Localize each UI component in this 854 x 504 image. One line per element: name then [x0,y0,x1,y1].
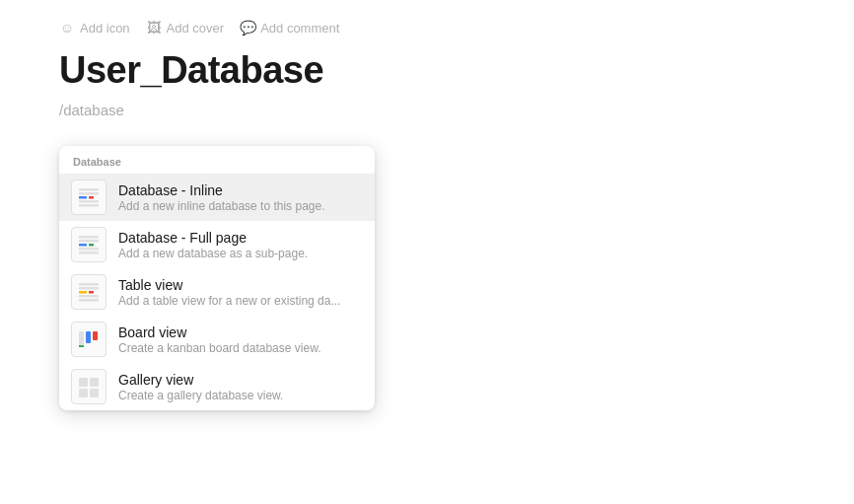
database-inline-title: Database - Inline [118,182,324,198]
database-inline-text: Database - Inline Add a new inline datab… [118,182,324,213]
gallery-view-text: Gallery view Create a gallery database v… [118,372,283,402]
svg-rect-9 [89,244,94,247]
list-item[interactable]: Gallery view Create a gallery database v… [59,363,375,410]
add-comment-button[interactable]: 💬 Add comment [240,20,339,36]
database-inline-description: Add a new inline database to this page. [118,199,324,213]
add-cover-button[interactable]: 🖼 Add cover [146,20,225,36]
table-view-description: Add a table view for a new or existing d… [118,294,340,308]
gallery-view-icon [71,369,107,404]
svg-rect-24 [79,389,88,397]
svg-rect-15 [89,291,94,294]
svg-rect-11 [79,252,99,254]
board-view-text: Board view Create a kanban board databas… [118,324,320,355]
svg-rect-8 [79,244,87,247]
svg-rect-10 [79,248,99,251]
database-fullpage-text: Database - Full page Add a new database … [118,230,308,260]
svg-rect-4 [79,200,99,203]
svg-rect-1 [79,192,99,195]
svg-rect-23 [90,378,99,387]
table-view-title: Table view [118,277,340,293]
svg-rect-22 [79,378,88,387]
svg-rect-25 [90,389,99,397]
svg-rect-12 [79,283,99,286]
board-view-description: Create a kanban board database view. [118,341,320,355]
gallery-view-description: Create a gallery database view. [118,389,283,402]
database-fullpage-icon [71,227,107,262]
database-fullpage-description: Add a new database as a sub-page. [118,247,308,260]
svg-rect-6 [79,236,99,239]
list-item[interactable]: Board view Create a kanban board databas… [59,316,375,363]
add-cover-label: Add cover [167,21,225,36]
dropdown-section-header: Database [59,146,375,174]
board-view-icon [71,322,107,357]
image-icon: 🖼 [146,20,162,36]
toolbar: ☺ Add icon 🖼 Add cover 💬 Add comment [59,20,795,36]
add-icon-label: Add icon [80,21,130,36]
svg-rect-2 [79,196,87,199]
gallery-view-title: Gallery view [118,372,283,388]
dropdown-menu: Database Database - Inline Add a new inl… [59,146,375,410]
svg-rect-17 [79,299,99,302]
table-view-text: Table view Add a table view for a new or… [118,277,340,308]
svg-rect-19 [86,331,91,343]
svg-rect-3 [89,196,94,199]
svg-rect-18 [79,331,84,347]
database-inline-icon [71,180,107,215]
list-item[interactable]: Table view Add a table view for a new or… [59,268,375,316]
emoji-icon: ☺ [59,20,75,36]
svg-rect-0 [79,188,99,191]
svg-rect-5 [79,204,99,207]
add-comment-label: Add comment [260,21,339,36]
comment-icon: 💬 [240,20,255,36]
svg-rect-21 [79,345,84,347]
board-view-title: Board view [118,324,320,340]
svg-rect-16 [79,295,99,298]
svg-rect-14 [79,291,87,294]
add-icon-button[interactable]: ☺ Add icon [59,20,130,36]
list-item[interactable]: Database - Inline Add a new inline datab… [59,174,375,221]
svg-rect-7 [79,240,99,243]
svg-rect-20 [93,331,98,340]
svg-rect-13 [79,287,99,290]
page-title: User_Database [59,49,795,92]
list-item[interactable]: Database - Full page Add a new database … [59,221,375,268]
page-container: ☺ Add icon 🖼 Add cover 💬 Add comment Use… [0,0,854,146]
database-fullpage-title: Database - Full page [118,230,308,246]
slash-command-text: /database [59,102,795,118]
table-view-icon [71,274,107,310]
